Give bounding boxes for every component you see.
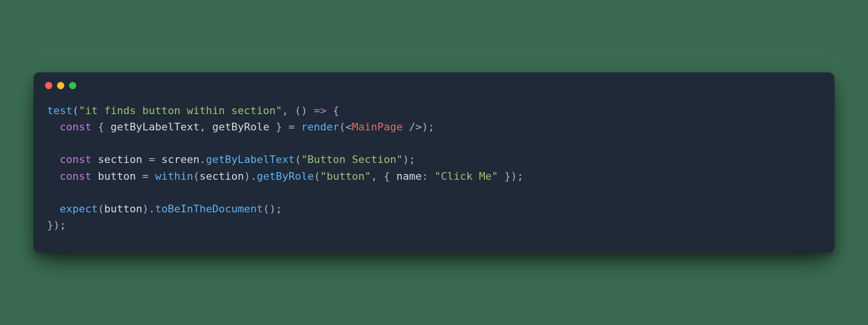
minimize-icon[interactable] (57, 82, 64, 89)
code-token: ); (422, 121, 435, 133)
code-token (47, 153, 60, 165)
code-token: getByRole (257, 170, 314, 182)
code-token: button (104, 203, 142, 215)
code-token: ( (72, 104, 79, 116)
code-token: (); (263, 203, 282, 215)
code-token: "it finds button within section" (79, 104, 282, 116)
code-token (47, 170, 60, 182)
code-token: /> (409, 121, 422, 133)
code-token: button (98, 170, 136, 182)
code-token: "Click Me" (434, 170, 498, 182)
code-token: getByLabelText (110, 121, 199, 133)
code-token: section (199, 170, 244, 182)
code-token: section (98, 153, 142, 165)
code-content: test("it finds button within section", (… (34, 89, 834, 253)
maximize-icon[interactable] (69, 82, 76, 89)
code-token: test (47, 104, 72, 116)
code-token: : (422, 170, 435, 182)
code-token: . (199, 153, 206, 165)
code-token: const (60, 170, 92, 182)
code-token: within (155, 170, 193, 182)
code-token: , { (371, 170, 397, 182)
close-icon[interactable] (45, 82, 52, 89)
code-token: ( (339, 121, 345, 133)
code-token: { (92, 121, 111, 133)
code-token: }); (498, 170, 524, 182)
code-token: ). (244, 170, 257, 182)
code-token (92, 153, 98, 165)
code-token: { (327, 104, 340, 116)
code-token (47, 121, 60, 133)
code-token: "Button Section" (301, 153, 403, 165)
code-token: toBeInTheDocument (155, 203, 263, 215)
code-token: , (199, 121, 212, 133)
code-token: }); (47, 219, 66, 231)
code-token: screen (161, 153, 199, 165)
code-token: const (60, 153, 92, 165)
code-token: expect (60, 203, 98, 215)
code-token (47, 203, 60, 215)
code-token: = (142, 153, 162, 165)
code-window: test("it finds button within section", (… (34, 72, 834, 253)
code-token: render (301, 121, 339, 133)
window-header (34, 72, 834, 89)
code-token: getByRole (212, 121, 269, 133)
code-token: < (346, 121, 352, 133)
code-token: => (314, 104, 327, 116)
code-token: ( (314, 170, 320, 182)
code-token: getByLabelText (206, 153, 294, 165)
code-token: ); (403, 153, 416, 165)
code-token: "button" (320, 170, 371, 182)
code-token: ( (193, 170, 199, 182)
code-token: ). (142, 203, 155, 215)
code-token: ( (98, 203, 104, 215)
code-token (92, 170, 98, 182)
code-token: } = (270, 121, 301, 133)
code-token: ( (295, 153, 301, 165)
code-token: name (397, 170, 422, 182)
code-token: const (60, 121, 92, 133)
code-token: = (136, 170, 155, 182)
code-token: MainPage (352, 121, 409, 133)
code-token: , () (282, 104, 314, 116)
